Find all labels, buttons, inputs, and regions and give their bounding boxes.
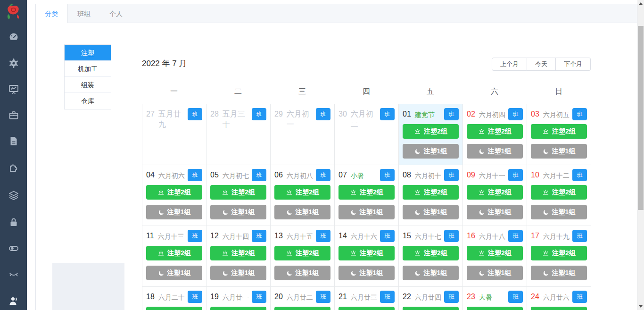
shift-badge[interactable]: 班 <box>252 230 266 242</box>
shift-badge[interactable]: 班 <box>380 230 395 242</box>
night-shift-button[interactable]: 注塑1组 <box>210 205 266 219</box>
tab-personal[interactable]: 个人 <box>100 4 132 23</box>
night-shift-button[interactable]: 注塑1组 <box>339 266 395 280</box>
calendar-day-cell[interactable]: 23大暑班注塑2组注塑1组 <box>463 287 527 310</box>
calendar-day-cell[interactable]: 13六月十五班注塑2组注塑1组 <box>271 226 335 287</box>
day-shift-button[interactable]: 注塑2组 <box>403 246 459 260</box>
shift-badge[interactable]: 班 <box>444 169 459 181</box>
night-shift-button[interactable]: 注塑1组 <box>403 266 459 280</box>
next-month-button[interactable]: 下个月 <box>556 58 591 71</box>
day-shift-button[interactable]: 注塑2组 <box>274 307 330 310</box>
calendar-day-cell[interactable]: 10六月十二班注塑2组注塑1组 <box>527 165 591 226</box>
day-shift-button[interactable]: 注塑2组 <box>146 246 202 260</box>
shift-badge[interactable]: 班 <box>252 108 266 120</box>
day-shift-button[interactable]: 注塑2组 <box>274 185 330 200</box>
shift-badge[interactable]: 班 <box>316 230 330 242</box>
calendar-day-cell[interactable]: 03六月初五班注塑2组注塑1组 <box>527 104 591 165</box>
user-icon[interactable] <box>8 295 19 307</box>
shift-badge[interactable]: 班 <box>188 230 202 242</box>
calendar-day-cell[interactable]: 04六月初六班注塑2组注塑1组 <box>142 165 206 226</box>
calendar-day-cell[interactable]: 07小暑班注塑2组注塑1组 <box>335 165 399 226</box>
calendar-day-cell[interactable]: 15六月十七班注塑2组注塑1组 <box>399 226 463 287</box>
shift-badge[interactable]: 班 <box>188 108 202 120</box>
day-shift-button[interactable]: 注塑2组 <box>531 124 587 139</box>
calendar-day-cell[interactable]: 14六月十六班注塑2组注塑1组 <box>335 226 399 287</box>
eye-closed-icon[interactable] <box>8 268 19 280</box>
night-shift-button[interactable]: 注塑1组 <box>403 144 459 159</box>
day-shift-button[interactable]: 注塑2组 <box>210 307 266 310</box>
category-item-injection[interactable]: 注塑 <box>65 45 111 61</box>
day-shift-button[interactable]: 注塑2组 <box>210 185 266 200</box>
night-shift-button[interactable]: 注塑1组 <box>531 205 587 219</box>
shift-badge[interactable]: 班 <box>508 230 523 242</box>
lock-icon[interactable] <box>8 217 19 228</box>
shift-badge[interactable]: 班 <box>188 291 202 303</box>
calendar-day-cell[interactable]: 06六月初八班注塑2组注塑1组 <box>271 165 335 226</box>
day-shift-button[interactable]: 注塑2组 <box>403 307 459 310</box>
category-item-machining[interactable]: 机加工 <box>65 61 111 77</box>
night-shift-button[interactable]: 注塑1组 <box>531 144 587 159</box>
calendar-day-cell[interactable]: 29六月初一班 <box>271 104 335 165</box>
toggle-icon[interactable] <box>8 243 19 254</box>
calendar-day-cell[interactable]: 30六月初二班 <box>335 104 399 165</box>
calendar-day-cell[interactable]: 12六月十四班注塑2组注塑1组 <box>206 226 271 287</box>
night-shift-button[interactable]: 注塑1组 <box>146 205 202 219</box>
night-shift-button[interactable]: 注塑1组 <box>274 266 330 280</box>
shift-badge[interactable]: 班 <box>444 230 459 242</box>
day-shift-button[interactable]: 注塑2组 <box>531 246 587 260</box>
shift-badge[interactable]: 班 <box>572 108 587 120</box>
day-shift-button[interactable]: 注塑2组 <box>339 185 395 200</box>
calendar-day-cell[interactable]: 08六月初十班注塑2组注塑1组 <box>399 165 463 226</box>
night-shift-button[interactable]: 注塑1组 <box>467 266 523 280</box>
day-shift-button[interactable]: 注塑2组 <box>531 185 587 200</box>
day-shift-button[interactable]: 注塑2组 <box>467 185 523 200</box>
calendar-day-cell[interactable]: 22六月廿四班注塑2组注塑1组 <box>399 287 463 310</box>
calendar-day-cell[interactable]: 21六月廿三班注塑2组注塑1组 <box>335 287 399 310</box>
calendar-day-cell[interactable]: 16六月十八班注塑2组注塑1组 <box>463 226 527 287</box>
calendar-day-cell[interactable]: 24六月廿六班注塑2组注塑1组 <box>527 287 591 310</box>
day-shift-button[interactable]: 注塑2组 <box>467 246 523 260</box>
calendar-day-cell[interactable]: 01建党节班注塑2组注塑1组 <box>399 104 463 165</box>
night-shift-button[interactable]: 注塑1组 <box>210 266 266 280</box>
night-shift-button[interactable]: 注塑1组 <box>467 144 523 159</box>
tab-category[interactable]: 分类 <box>36 4 68 23</box>
shift-badge[interactable]: 班 <box>508 169 523 181</box>
calendar-day-cell[interactable]: 02六月初四班注塑2组注塑1组 <box>463 104 527 165</box>
scrollbar[interactable] <box>637 0 644 310</box>
shift-badge[interactable]: 班 <box>316 291 330 303</box>
category-item-assembly[interactable]: 组装 <box>65 77 111 93</box>
calendar-day-cell[interactable]: 27五月廿九班 <box>142 104 206 165</box>
day-shift-button[interactable]: 注塑2组 <box>339 246 395 260</box>
scrollbar-thumb[interactable] <box>638 26 644 210</box>
shift-badge[interactable]: 班 <box>380 291 395 303</box>
category-item-warehouse[interactable]: 仓库 <box>65 93 111 109</box>
day-shift-button[interactable]: 注塑2组 <box>274 246 330 260</box>
shift-badge[interactable]: 班 <box>508 291 523 303</box>
day-shift-button[interactable]: 注塑2组 <box>146 185 202 200</box>
night-shift-button[interactable]: 注塑1组 <box>403 205 459 219</box>
monitor-chart-icon[interactable] <box>8 84 19 95</box>
shift-badge[interactable]: 班 <box>316 169 330 181</box>
day-shift-button[interactable]: 注塑2组 <box>467 124 523 139</box>
tab-team[interactable]: 班组 <box>68 4 100 23</box>
day-shift-button[interactable]: 注塑2组 <box>467 307 523 310</box>
settings-icon[interactable] <box>8 58 19 69</box>
shift-badge[interactable]: 班 <box>188 169 202 181</box>
briefcase-icon[interactable] <box>8 109 19 121</box>
day-shift-button[interactable]: 注塑2组 <box>403 124 459 139</box>
shift-badge[interactable]: 班 <box>572 230 587 242</box>
shift-badge[interactable]: 班 <box>252 291 266 303</box>
shift-badge[interactable]: 班 <box>508 108 523 120</box>
calendar-day-cell[interactable]: 20六月廿二班注塑2组注塑1组 <box>271 287 335 310</box>
night-shift-button[interactable]: 注塑1组 <box>146 266 202 280</box>
night-shift-button[interactable]: 注塑1组 <box>274 205 330 219</box>
day-shift-button[interactable]: 注塑2组 <box>146 307 202 310</box>
day-shift-button[interactable]: 注塑2组 <box>531 307 587 310</box>
puzzle-icon[interactable] <box>8 161 19 173</box>
calendar-day-cell[interactable]: 19六月廿一班注塑2组注塑1组 <box>206 287 271 310</box>
shift-badge[interactable]: 班 <box>444 291 459 303</box>
calendar-day-cell[interactable]: 28五月三十班 <box>206 104 271 165</box>
scrollbar-up-arrow-icon[interactable] <box>639 2 643 5</box>
document-icon[interactable] <box>8 135 19 147</box>
scrollbar-down-arrow-icon[interactable] <box>639 305 643 308</box>
